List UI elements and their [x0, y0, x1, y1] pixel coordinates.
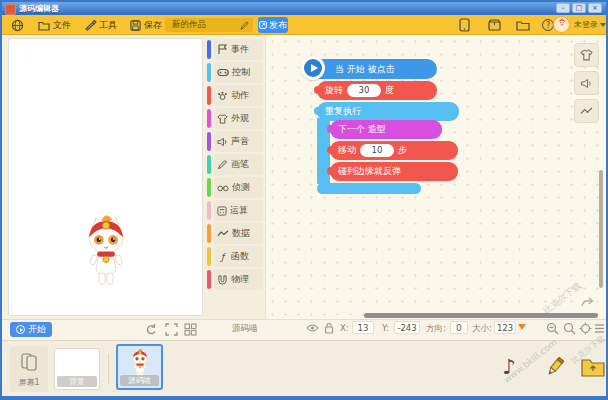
palette-category-data[interactable]: 数据	[207, 223, 263, 244]
login-dropdown[interactable]: 未登录	[574, 19, 606, 30]
palette-category-looks[interactable]: 外观	[207, 108, 263, 129]
start-button[interactable]: 开始	[10, 322, 52, 337]
palette-category-sensing[interactable]: 侦测	[207, 177, 263, 198]
block-label: 当 开始 被点击	[335, 63, 395, 76]
category-label: 运算	[230, 204, 248, 217]
block-label: 度	[385, 84, 394, 97]
category-color-bar	[207, 40, 211, 59]
category-color-bar	[207, 270, 211, 289]
x-label: X:	[340, 323, 349, 333]
palette-category-sound[interactable]: 声音	[207, 131, 263, 152]
block-palette: 事件 控制 动作 外观 声音 画笔 侦测 运算	[204, 35, 266, 319]
category-label: 动作	[231, 89, 249, 102]
lock-icon[interactable]	[324, 322, 334, 334]
calculator-icon	[217, 206, 227, 216]
vertical-scrollbar[interactable]	[599, 170, 603, 288]
palette-category-pen[interactable]: 画笔	[207, 154, 263, 175]
zoom-in-button[interactable]	[563, 322, 576, 335]
category-label: 函数	[231, 250, 249, 263]
background-thumbnail-label: 背景	[57, 376, 97, 387]
project-name-value: 新的作品	[172, 19, 240, 31]
fullscreen-button[interactable]	[165, 323, 178, 336]
workspace-menu-button[interactable]	[594, 323, 605, 334]
tools-menu-label: 工具	[99, 19, 117, 32]
zoom-out-button[interactable]	[546, 322, 559, 335]
pen-tool-icon	[84, 19, 96, 31]
block-next-costume[interactable]: 下一个 造型	[330, 120, 442, 139]
x-value-input[interactable]: 13	[352, 321, 374, 334]
shirt-icon	[217, 114, 228, 124]
variables-panel-button[interactable]	[574, 99, 599, 123]
close-button[interactable]: ×	[588, 3, 602, 13]
block-label: 移动	[338, 144, 356, 157]
category-color-bar	[207, 155, 211, 174]
user-avatar[interactable]	[553, 16, 570, 33]
palette-category-motion[interactable]: 动作	[207, 85, 263, 106]
tools-menu[interactable]: 工具	[84, 18, 117, 32]
publish-button[interactable]: 发布	[258, 17, 288, 33]
sounds-panel-button[interactable]	[574, 71, 599, 95]
block-rotate[interactable]: 旋转 30 度	[317, 81, 437, 100]
category-label: 事件	[231, 43, 249, 56]
mobile-preview-button[interactable]	[459, 18, 470, 32]
move-value-input[interactable]: 10	[360, 144, 394, 157]
main-toolbar: 文件 工具 保存 新的作品 发布 ?	[2, 15, 606, 35]
speaker-icon	[580, 78, 593, 89]
save-button[interactable]: 保存	[130, 18, 162, 32]
direction-value-input[interactable]: 0	[450, 321, 468, 334]
restart-button[interactable]	[144, 323, 158, 336]
costumes-panel-button[interactable]	[574, 43, 599, 67]
stage-canvas	[8, 38, 203, 316]
screen-tab[interactable]: 屏幕1	[10, 346, 48, 392]
save-button-label: 保存	[144, 19, 162, 32]
avatar-cat-icon	[555, 18, 569, 32]
category-label: 声音	[231, 135, 249, 148]
palette-category-functions[interactable]: ƒ函数	[207, 246, 263, 267]
y-label: Y:	[382, 323, 389, 333]
cat-sprite[interactable]	[79, 214, 133, 296]
grid-button[interactable]	[184, 323, 197, 336]
category-label: 数据	[232, 227, 250, 240]
binoculars-icon	[217, 183, 229, 192]
block-move-steps[interactable]: 移动 10 步	[330, 141, 458, 160]
redo-arrow-icon[interactable]	[580, 296, 595, 309]
script-play-icon[interactable]	[301, 56, 325, 80]
file-menu[interactable]: 文件	[38, 18, 71, 32]
start-button-label: 开始	[28, 323, 46, 336]
palette-category-events[interactable]: 事件	[207, 39, 263, 60]
save-icon	[130, 20, 141, 31]
open-project-button[interactable]	[516, 18, 530, 32]
size-warning-icon[interactable]	[518, 324, 526, 330]
import-sprite-button[interactable]	[578, 352, 608, 382]
horizontal-scrollbar[interactable]	[364, 313, 598, 318]
palette-category-control[interactable]: 控制	[207, 62, 263, 83]
project-name-input[interactable]: 新的作品	[165, 18, 253, 32]
category-label: 画笔	[231, 158, 249, 171]
category-label: 侦测	[232, 181, 250, 194]
size-value-input[interactable]: 123	[494, 321, 516, 334]
background-thumbnail[interactable]: 背景	[54, 348, 100, 390]
folder-icon	[38, 20, 50, 31]
sprite-name-label: 源码喵	[232, 323, 258, 335]
locate-center-button[interactable]	[579, 322, 592, 335]
material-package-button[interactable]	[488, 18, 501, 32]
rotate-value-input[interactable]: 30	[347, 84, 381, 97]
category-label: 外观	[231, 112, 249, 125]
publish-button-label: 发布	[269, 19, 287, 32]
visibility-eye-icon[interactable]	[306, 323, 319, 333]
block-bounce-on-edge[interactable]: 碰到边缘就反弹	[330, 162, 458, 181]
window-title: 源码编辑器	[19, 3, 59, 14]
home-menu-button[interactable]	[11, 18, 24, 32]
draw-sprite-button[interactable]	[540, 352, 570, 382]
start-play-icon	[16, 325, 25, 334]
add-sound-button[interactable]: ♪	[494, 352, 524, 382]
maximize-button[interactable]: □	[572, 3, 586, 13]
sprite-thumbnail-selected[interactable]: 源码喵	[116, 344, 163, 390]
chevron-down-icon	[600, 23, 606, 27]
palette-category-physics[interactable]: 物理	[207, 269, 263, 290]
block-repeat-forever[interactable]: 重复执行	[317, 102, 459, 121]
y-value-input[interactable]: -243	[394, 321, 420, 334]
globe-icon	[11, 19, 24, 32]
minimize-button[interactable]: –	[556, 3, 570, 13]
palette-category-operators[interactable]: 运算	[207, 200, 263, 221]
